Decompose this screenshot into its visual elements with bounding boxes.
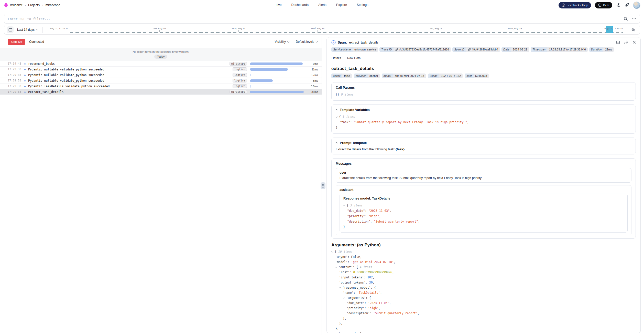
theme-toggle-icon[interactable]	[616, 3, 621, 7]
nav-tab-explore[interactable]: Explore	[336, 0, 347, 10]
breadcrumb-item[interactable]: Projects	[28, 3, 40, 7]
meta-badge[interactable]: Trace ID#c3b5157330ea5c1fd4572747af512d2…	[379, 47, 451, 52]
badge-label: Duration	[589, 47, 604, 52]
span-panel-header: i Span: extract_task_details	[327, 37, 640, 46]
default-levels-dropdown[interactable]: Default levels	[296, 40, 318, 44]
duration-bar	[250, 91, 304, 93]
duration-track	[250, 91, 304, 93]
stop-live-button[interactable]: Stop live	[8, 39, 25, 45]
nav-tab-alerts[interactable]: Alerts	[318, 0, 327, 10]
trace-row[interactable]: 17:29:33◆extract_task_detailsmirascope30…	[0, 89, 322, 95]
dock-panel-icon[interactable]	[616, 40, 620, 44]
nav-tab-settings[interactable]: Settings	[356, 0, 369, 10]
duration-bar	[250, 62, 303, 65]
trace-time: 17:14:43	[8, 62, 24, 65]
tab-details[interactable]: Details	[331, 55, 341, 62]
timeline-tick	[436, 30, 436, 32]
trace-list-panel: Stop live Connected Visibility Default l…	[0, 36, 322, 335]
trace-row[interactable]: 17:29:33◆Pydantic nullable validate_pyth…	[0, 67, 322, 72]
badge-value: #c3b5157330ea5c1fd4572747af512d26	[394, 47, 451, 52]
timeline-baseline	[70, 32, 623, 33]
duration-bar	[250, 79, 273, 82]
collapse-caret-icon[interactable]	[343, 204, 345, 206]
duration-bar	[250, 85, 250, 88]
scope-tag[interactable]: logfire	[233, 84, 247, 88]
prompt-template-card: Prompt Template Extract the details from…	[331, 138, 636, 154]
scope-tag[interactable]: logfire	[233, 79, 247, 82]
trace-time: 17:29:33	[8, 85, 24, 88]
badge-value: gpt-4o-mini-2024-07-18	[393, 74, 426, 78]
nav-tab-live[interactable]: Live	[275, 0, 282, 10]
time-range-bar: Last 14 days Aug 07, 17:26:14Sat, Aug 10…	[4, 25, 640, 35]
duration-label: 0.7ms	[304, 74, 318, 77]
search-icon[interactable]	[624, 17, 628, 21]
arguments-tree: { 10 items'async': False,'model': 'gpt-4…	[331, 249, 636, 333]
more-options-icon[interactable]	[632, 17, 636, 21]
template-variables-title[interactable]: Template Variables	[336, 108, 631, 112]
trace-row[interactable]: 17:29:33◆Pydantic nullable validate_pyth…	[0, 78, 322, 83]
collapse-caret-icon[interactable]	[335, 333, 337, 333]
assistant-message-card: assistant Response model: TaskDetails { …	[336, 185, 631, 235]
badge-value: unknown_service	[353, 47, 378, 52]
sql-filter-bar	[4, 14, 640, 24]
call-params-title: Call Params	[336, 86, 631, 89]
badge-label: Date	[501, 47, 511, 52]
duration-label: 9ms	[304, 62, 318, 65]
tab-raw-data[interactable]: Raw Data	[347, 55, 361, 62]
trace-row[interactable]: 17:29:33◆Pydantic TaskDetails validate_p…	[0, 83, 322, 89]
visibility-dropdown[interactable]: Visibility	[275, 40, 289, 44]
scope-tag[interactable]: mirascope	[230, 62, 247, 66]
span-detail-panel: i Span: extract_task_details Service Nam…	[326, 37, 641, 333]
trace-row[interactable]: 17:14:43◆recommend_booksmirascope9ms	[0, 61, 322, 67]
breadcrumb-item[interactable]: willbakst	[10, 3, 22, 7]
span-diamond-icon: ◆	[24, 68, 28, 71]
feedback-help-button[interactable]: ? Feedback / Help	[559, 2, 591, 8]
chevron-up-icon	[336, 142, 338, 144]
breadcrumb-item[interactable]: mirascope	[46, 3, 60, 7]
scope-tag[interactable]: logfire	[233, 73, 247, 77]
badge-label: cost	[465, 74, 473, 78]
duration-track	[250, 62, 304, 65]
duration-track	[250, 85, 304, 88]
sql-filter-input[interactable]	[8, 17, 619, 21]
prompt-template-title[interactable]: Prompt Template	[336, 141, 631, 145]
span-attr-badges: asyncfalseprovideropenaimodelgpt-4o-mini…	[331, 74, 636, 78]
sidebar-toggle-button[interactable]	[7, 26, 14, 33]
time-range-dropdown[interactable]: Last 14 days	[17, 28, 42, 32]
logfire-logo-icon[interactable]	[4, 3, 8, 8]
zoom-in-icon[interactable]	[631, 28, 636, 32]
share-link-icon[interactable]	[625, 3, 629, 7]
collapse-caret-icon[interactable]	[336, 116, 337, 118]
badge-value: false	[342, 74, 352, 78]
collapse-caret-icon[interactable]	[331, 251, 333, 253]
scope-tag[interactable]: mirascope	[230, 90, 247, 94]
span-heading: extract_task_details	[331, 66, 636, 71]
json-line: 'description': 'Submit quarterly report'…	[331, 311, 636, 316]
timeline: Aug 07, 17:26:14Sat, Aug 10Mon, Aug 12We…	[44, 25, 637, 34]
chevron-down-icon	[316, 40, 318, 43]
beta-button[interactable]: i Beta	[595, 2, 612, 8]
collapse-caret-icon[interactable]	[343, 297, 345, 299]
close-icon[interactable]	[632, 41, 636, 44]
timeline-tick	[159, 30, 160, 32]
collapse-caret-icon[interactable]	[339, 287, 341, 288]
main-nav: LiveDashboardsAlertsExploreSettings	[275, 0, 369, 10]
copy-link-icon[interactable]	[624, 40, 628, 44]
meta-badge[interactable]: Span ID#9c942620aa93dbb4	[452, 47, 500, 52]
json-line: 'priority': 'high',	[331, 306, 636, 311]
json-line: 'due_date': '2023-11-03',	[331, 300, 636, 306]
scope-tag[interactable]: logfire	[233, 67, 247, 71]
json-line: { 1 items	[336, 114, 631, 120]
json-line: 'name': 'TaskDetails',	[331, 290, 636, 295]
user-avatar[interactable]	[633, 2, 640, 9]
trace-name: recommend_books	[28, 62, 55, 66]
top-right-actions: ? Feedback / Help i Beta	[559, 0, 640, 10]
duration-bar	[250, 74, 250, 76]
badge-label: model	[382, 74, 393, 78]
duration-track	[250, 68, 304, 71]
trace-row[interactable]: 17:29:33◆Pydantic nullable validate_pyth…	[0, 72, 322, 78]
nav-tab-dashboards[interactable]: Dashboards	[291, 0, 309, 10]
duration-track	[250, 79, 304, 82]
panel-resize-handle[interactable]	[321, 182, 325, 189]
collapse-caret-icon[interactable]	[335, 266, 337, 268]
